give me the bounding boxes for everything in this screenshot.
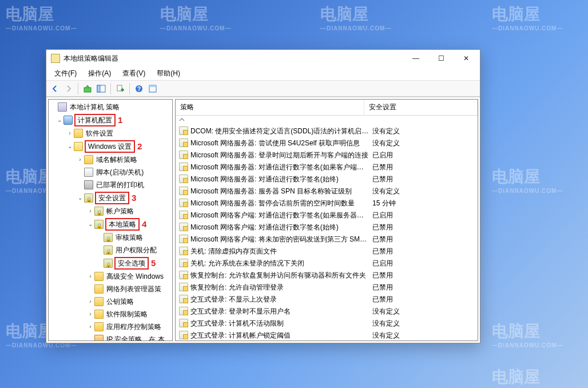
app-icon xyxy=(51,54,60,63)
tree-scripts[interactable]: 脚本(启动/关机) xyxy=(49,166,172,179)
tree-printers[interactable]: 已部署的打印机 xyxy=(49,179,172,191)
column-setting[interactable]: 安全设置 xyxy=(364,100,478,115)
folder-icon xyxy=(94,310,104,319)
policy-name: Microsoft 网络客户端: 将未加密的密码发送到第三方 SMB... xyxy=(190,235,369,244)
policy-item-icon xyxy=(179,295,188,303)
policy-row[interactable]: Microsoft 网络客户端: 对通信进行数字签名(始终)已禁用 xyxy=(176,221,478,233)
policy-setting: 没有定义 xyxy=(369,307,478,316)
policy-row[interactable]: DCOM: 使用安全描述符定义语言(SDDL)语法的计算机启动...没有定义 xyxy=(176,125,478,137)
policy-row[interactable]: 交互式登录: 登录时不显示用户名没有定义 xyxy=(176,306,478,318)
help-button[interactable]: ? xyxy=(133,82,145,95)
expand-icon[interactable]: › xyxy=(86,206,94,216)
tree-app-control[interactable]: › 应用程序控制策略 xyxy=(49,320,172,333)
policy-row[interactable]: 恢复控制台: 允许自动管理登录已禁用 xyxy=(176,282,478,294)
tree-computer-config[interactable]: ⌄ 计算机配置 1 xyxy=(49,113,172,127)
tree-ip-security[interactable]: IP 安全策略，在 本 xyxy=(49,333,172,341)
list-top-caret xyxy=(178,116,478,125)
policy-row[interactable]: 关机: 允许系统在未登录的情况下关闭已启用 xyxy=(176,258,478,270)
policy-row[interactable]: 恢复控制台: 允许软盘复制并访问所有驱动器和所有文件夹已禁用 xyxy=(176,270,478,282)
maximize-button[interactable]: ☐ xyxy=(428,50,454,66)
back-button[interactable] xyxy=(49,82,61,95)
tree-adv-windows[interactable]: › 高级安全 Windows xyxy=(49,270,172,283)
folder-icon xyxy=(94,284,104,294)
expand-icon[interactable]: › xyxy=(76,155,84,165)
policy-row[interactable]: Microsoft 网络服务器: 服务器 SPN 目标名称验证级别没有定义 xyxy=(176,185,478,197)
collapse-icon[interactable]: ⌄ xyxy=(55,115,63,125)
menubar: 文件(F) 操作(A) 查看(V) 帮助(H) xyxy=(46,67,480,81)
list-body[interactable]: DCOM: 使用安全描述符定义语言(SDDL)语法的计算机启动...没有定义Mi… xyxy=(176,125,478,341)
policy-name: Microsoft 网络服务器: 尝试使用 S4U2Self 获取声明信息 xyxy=(190,138,369,148)
tree-software-restrict[interactable]: › 软件限制策略 xyxy=(49,308,172,320)
menu-file[interactable]: 文件(F) xyxy=(49,67,82,80)
policy-name: 恢复控制台: 允许自动管理登录 xyxy=(190,283,369,292)
tree-root[interactable]: 本地计算机 策略 xyxy=(49,101,172,113)
policy-item-icon xyxy=(179,163,188,171)
policy-name: DCOM: 使用安全描述符定义语言(SDDL)语法的计算机启动... xyxy=(190,126,369,136)
policy-item-icon xyxy=(179,211,188,219)
lock-icon xyxy=(94,207,104,216)
policy-name: Microsoft 网络服务器: 服务器 SPN 目标名称验证级别 xyxy=(190,187,369,196)
tree-security-settings[interactable]: ⌄ 安全设置 3 xyxy=(49,191,172,205)
properties-button[interactable] xyxy=(146,82,159,95)
annotation-1: 1 xyxy=(118,115,122,125)
separator xyxy=(110,83,111,94)
collapse-icon[interactable]: ⌄ xyxy=(86,219,94,229)
collapse-icon[interactable]: ⌄ xyxy=(66,141,74,152)
tree-local-policy[interactable]: ⌄ 本地策略 4 xyxy=(49,217,172,231)
policy-row[interactable]: Microsoft 网络服务器: 暂停会话前所需的空闲时间数量15 分钟 xyxy=(176,197,478,209)
policy-item-icon xyxy=(179,247,188,255)
policy-setting: 已启用 xyxy=(369,151,478,160)
gpedit-window: 本地组策略编辑器 — ☐ ✕ 文件(F) 操作(A) 查看(V) 帮助(H) ?… xyxy=(46,49,480,343)
policy-row[interactable]: Microsoft 网络服务器: 对通信进行数字签名(如果客户端允...已禁用 xyxy=(176,161,478,173)
policy-name: 恢复控制台: 允许软盘复制并访问所有驱动器和所有文件夹 xyxy=(190,271,369,280)
expand-icon[interactable]: › xyxy=(86,309,94,319)
policy-icon xyxy=(58,102,67,112)
policy-list-panel[interactable]: 策略 安全设置 DCOM: 使用安全描述符定义语言(SDDL)语法的计算机启动.… xyxy=(175,99,478,341)
menu-help[interactable]: 帮助(H) xyxy=(151,67,186,80)
export-button[interactable] xyxy=(114,82,126,95)
policy-item-icon xyxy=(179,223,188,231)
policy-row[interactable]: 交互式登录: 计算机不活动限制没有定义 xyxy=(176,318,478,330)
policy-row[interactable]: Microsoft 网络服务器: 尝试使用 S4U2Self 获取声明信息没有定… xyxy=(176,137,478,149)
policy-row[interactable]: Microsoft 网络服务器: 对通信进行数字签名(始终)已禁用 xyxy=(176,173,478,185)
tree-audit-policy[interactable]: 审核策略 xyxy=(49,231,172,244)
policy-setting: 已禁用 xyxy=(369,163,478,172)
tree-net-list-mgr[interactable]: 网络列表管理器策 xyxy=(49,283,172,295)
show-hide-tree-button[interactable] xyxy=(95,82,108,95)
printer-icon xyxy=(84,180,93,189)
up-button[interactable] xyxy=(81,82,94,95)
policy-name: 交互式登录: 不显示上次登录 xyxy=(190,295,369,304)
tree-user-rights[interactable]: 用户权限分配 xyxy=(49,244,172,256)
tree-security-options[interactable]: 安全选项 5 xyxy=(49,256,172,270)
policy-item-icon xyxy=(179,259,188,267)
tree-windows-settings[interactable]: ⌄ Windows 设置 2 xyxy=(49,140,172,153)
titlebar[interactable]: 本地组策略编辑器 — ☐ ✕ xyxy=(46,50,480,67)
policy-setting: 没有定义 xyxy=(369,138,478,148)
column-policy[interactable]: 策略 xyxy=(176,100,364,115)
expand-icon[interactable]: › xyxy=(66,128,74,138)
policy-row[interactable]: Microsoft 网络客户端: 将未加密的密码发送到第三方 SMB...已禁用 xyxy=(176,233,478,246)
annotation-5: 5 xyxy=(151,258,156,268)
expand-icon[interactable]: › xyxy=(86,322,94,332)
forward-button[interactable] xyxy=(62,82,75,95)
svg-text:?: ? xyxy=(137,86,141,92)
tree-public-key[interactable]: › 公钥策略 xyxy=(49,295,172,308)
policy-setting: 已禁用 xyxy=(369,295,478,304)
collapse-icon[interactable]: ⌄ xyxy=(76,193,84,203)
minimize-button[interactable]: — xyxy=(403,50,428,66)
tree-software-settings[interactable]: › 软件设置 xyxy=(49,127,172,140)
tree-dns-policy[interactable]: › 域名解析策略 xyxy=(49,153,172,166)
menu-action[interactable]: 操作(A) xyxy=(82,67,117,80)
expand-icon[interactable]: › xyxy=(86,271,94,282)
computer-icon xyxy=(63,116,73,125)
tree-panel[interactable]: 本地计算机 策略 ⌄ 计算机配置 1 › 软件设置 ⌄ Windows 设置 2… xyxy=(48,99,173,341)
menu-view[interactable]: 查看(V) xyxy=(117,67,151,80)
policy-row[interactable]: Microsoft 网络服务器: 登录时间过期后断开与客户端的连接已启用 xyxy=(176,149,478,161)
policy-row[interactable]: 交互式登录: 不显示上次登录已禁用 xyxy=(176,294,478,306)
policy-row[interactable]: Microsoft 网络客户端: 对通信进行数字签名(如果服务器允...已启用 xyxy=(176,209,478,221)
policy-row[interactable]: 关机: 清除虚拟内存页面文件已禁用 xyxy=(176,246,478,258)
policy-row[interactable]: 交互式登录: 计算机帐户锁定阈值没有定义 xyxy=(176,330,478,341)
tree-account-policy[interactable]: › 帐户策略 xyxy=(49,205,172,217)
expand-icon[interactable]: › xyxy=(86,296,94,307)
close-button[interactable]: ✕ xyxy=(454,50,479,66)
